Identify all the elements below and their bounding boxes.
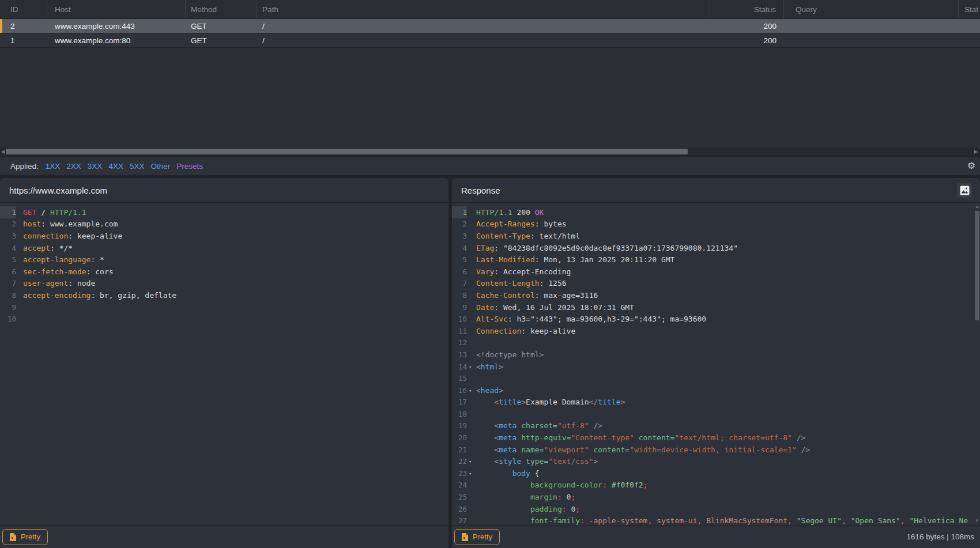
response-panel-footer: Pretty 1616 bytes | 108ms [452, 525, 980, 548]
line-number: 16 [452, 384, 467, 396]
response-pretty-button[interactable]: Pretty [454, 529, 500, 545]
request-editor[interactable]: 1GET / HTTP/1.12host: www.example.com3co… [0, 203, 448, 525]
code-text: HTTP/1.1 200 OK [467, 208, 544, 217]
line-number: 23 [452, 467, 467, 479]
fold-toggle-icon[interactable]: ▾ [469, 388, 472, 394]
line-number: 19 [452, 420, 467, 432]
line-number: 22 [452, 455, 467, 467]
code-text: background-color: #f0f0f2; [467, 481, 647, 489]
column-header-method[interactable]: Method [186, 0, 257, 18]
line-number: 8 [0, 289, 16, 301]
cell-status2 [959, 33, 980, 47]
code-text: <title>Example Domain</title> [467, 398, 625, 406]
presets-link[interactable]: Presets [176, 162, 203, 171]
line-number: 1 [0, 206, 16, 218]
line-number: 21 [452, 444, 467, 456]
response-title: Response [461, 186, 500, 195]
line-number: 3 [452, 230, 467, 242]
table-row[interactable]: 2www.example.com:443GET/200 [0, 19, 980, 33]
code-line: 5accept-language: * [0, 254, 448, 266]
code-line: 15 [452, 372, 980, 384]
column-header-status[interactable]: Status [710, 0, 784, 18]
line-number: 6 [452, 266, 467, 278]
line-number: 5 [452, 254, 467, 266]
line-number: 25 [452, 491, 467, 503]
cell-status: 200 [710, 33, 784, 47]
vertical-scrollbar-thumb[interactable] [975, 211, 979, 320]
file-icon [10, 533, 16, 541]
column-header-host[interactable]: Host [47, 0, 186, 18]
code-text: Accept-Ranges: bytes [467, 220, 567, 228]
code-line: 9Date: Wed, 16 Jul 2025 18:07:31 GMT [452, 301, 980, 313]
scroll-right-arrow-icon[interactable]: ▶ [973, 148, 979, 155]
code-text: host: www.example.com [16, 220, 118, 228]
line-number: 10 [452, 313, 467, 325]
filter-link-5xx[interactable]: 5XX [130, 162, 145, 171]
code-line: 19 <meta charset="utf-8" /> [452, 420, 980, 432]
column-header-path[interactable]: Path [257, 0, 710, 18]
cell-id: 1 [0, 33, 47, 47]
request-panel-footer: Pretty [0, 525, 448, 548]
line-number: 9 [0, 301, 16, 313]
line-number: 2 [452, 218, 467, 230]
code-text: <meta name="viewport" content="width=dev… [467, 445, 810, 454]
settings-gear-icon[interactable]: ⚙ [967, 161, 975, 171]
filter-link-1xx[interactable]: 1XX [46, 162, 61, 171]
code-text: user-agent: node [16, 279, 95, 288]
code-line: 12 [452, 337, 980, 349]
code-text: <meta charset="utf-8" /> [467, 421, 602, 430]
code-text: accept: */* [16, 244, 73, 252]
line-number: 12 [452, 337, 467, 349]
table-row[interactable]: 1www.example.com:80GET/200 [0, 33, 980, 48]
code-text: Vary: Accept-Encoding [467, 267, 571, 276]
response-editor[interactable]: 1HTTP/1.1 200 OK2Accept-Ranges: bytes3Co… [452, 203, 980, 525]
code-line: 11Connection: keep-alive [452, 325, 980, 337]
scroll-left-arrow-icon[interactable]: ◀ [0, 148, 6, 155]
response-vertical-scrollbar[interactable]: ▲ ▼ [974, 203, 980, 525]
pretty-button-label: Pretty [473, 532, 492, 541]
status-filters: 1XX2XX3XX4XX5XXOther [46, 162, 176, 171]
code-line: 3connection: keep-alive [0, 230, 448, 242]
line-number: 5 [0, 254, 16, 266]
code-text: Cache-Control: max-age=3116 [467, 291, 598, 300]
code-line: 8accept-encoding: br, gzip, deflate [0, 289, 448, 301]
line-number: 4 [0, 242, 16, 254]
code-text: accept-encoding: br, gzip, deflate [16, 291, 176, 300]
cell-id: 2 [0, 19, 47, 33]
code-text: font-family: -apple-system, system-ui, B… [467, 516, 968, 525]
cell-host: www.example.com:443 [47, 19, 186, 33]
fold-toggle-icon[interactable]: ▾ [469, 459, 472, 464]
fold-toggle-icon[interactable]: ▾ [469, 471, 472, 477]
line-number: 9 [452, 301, 467, 313]
line-number: 15 [452, 372, 467, 384]
code-text: connection: keep-alive [16, 232, 122, 240]
column-header-id[interactable]: ID [0, 0, 47, 18]
request-panel-header: https://www.example.com [0, 178, 448, 203]
code-text: padding: 0; [467, 505, 580, 513]
code-line: 4ETag: "84238dfc8092e5d9c0dac8ef93371a07… [452, 242, 980, 254]
file-icon [462, 533, 468, 541]
code-line: 2Accept-Ranges: bytes [452, 218, 980, 230]
horizontal-scrollbar[interactable]: ◀ ▶ [0, 148, 980, 156]
filter-link-3xx[interactable]: 3XX [88, 162, 103, 171]
code-line: 22▾ <style type="text/css"> [452, 455, 980, 467]
fold-toggle-icon[interactable]: ▾ [469, 365, 472, 370]
response-panel-header: Response [452, 178, 980, 203]
line-number: 7 [0, 278, 16, 290]
column-header-status2[interactable]: Stat [959, 0, 980, 18]
filter-link-other[interactable]: Other [150, 162, 170, 171]
filter-link-4xx[interactable]: 4XX [108, 162, 123, 171]
column-header-query[interactable]: Query [784, 0, 959, 18]
image-preview-button[interactable] [957, 183, 972, 198]
scroll-up-arrow-icon[interactable]: ▲ [974, 203, 980, 210]
code-text: <html> [467, 362, 503, 371]
line-number: 2 [0, 218, 16, 230]
line-number: 10 [0, 313, 16, 325]
code-line: 27 font-family: -apple-system, system-ui… [452, 515, 980, 525]
request-pretty-button[interactable]: Pretty [2, 529, 48, 545]
horizontal-scrollbar-thumb[interactable] [6, 149, 688, 154]
filter-link-2xx[interactable]: 2XX [66, 162, 81, 171]
scroll-down-arrow-icon[interactable]: ▼ [974, 517, 980, 524]
response-panel: Response 1HTTP/1.1 200 OK2Accept-Ranges:… [452, 178, 980, 548]
cell-path: / [257, 33, 710, 47]
